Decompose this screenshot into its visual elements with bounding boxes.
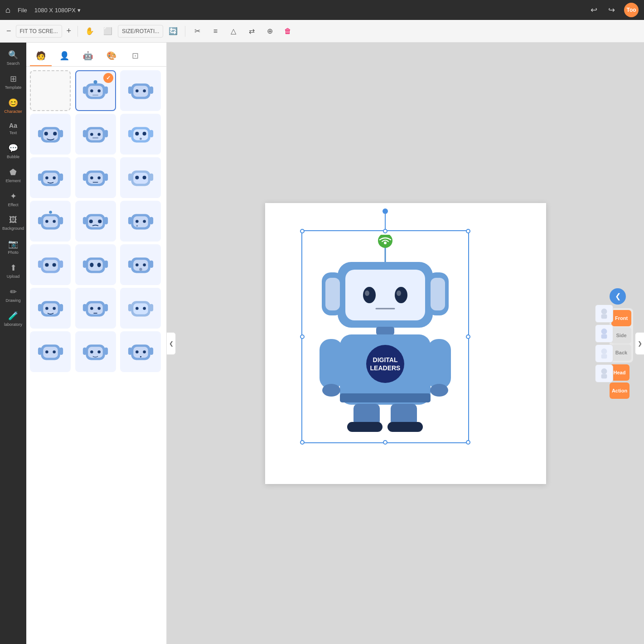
svg-point-162 <box>601 328 607 334</box>
pose-thumb-4[interactable] <box>595 364 613 383</box>
svg-rect-99 <box>59 304 63 311</box>
list-item[interactable] <box>30 157 71 198</box>
back-view-button[interactable]: Back <box>611 344 631 361</box>
laboratory-label: laboratory <box>4 322 22 327</box>
action-view-button[interactable]: Action <box>610 383 629 399</box>
transform-button[interactable]: △ <box>225 23 242 39</box>
sidebar-item-background[interactable]: 🖼 Background <box>1 212 25 234</box>
zoom-in-button[interactable]: + <box>64 24 74 38</box>
svg-point-65 <box>98 219 102 223</box>
robot-svg <box>36 207 65 236</box>
front-view-button[interactable]: Front <box>611 310 631 326</box>
crop-button[interactable]: ✂ <box>189 23 205 39</box>
svg-rect-138 <box>325 278 340 310</box>
select-tool-button[interactable]: ⬜ <box>100 23 116 39</box>
list-item[interactable] <box>30 288 71 329</box>
robot-svg <box>126 294 155 323</box>
list-item[interactable] <box>120 114 161 155</box>
svg-rect-140 <box>431 278 445 310</box>
list-item[interactable] <box>75 288 116 329</box>
toolbar: − FIT TO SCRE... + ✋ ⬜ SIZE/ROTATI... 🔄 … <box>0 20 644 43</box>
list-item[interactable] <box>30 201 71 242</box>
pose-thumb-2[interactable] <box>595 324 613 343</box>
list-item[interactable] <box>30 114 71 155</box>
tab-pose[interactable]: 🧑 <box>30 46 52 66</box>
svg-text:LEADERS: LEADERS <box>370 364 400 372</box>
sidebar-item-character[interactable]: 😊 Character <box>1 94 25 117</box>
collapse-right-button[interactable]: ❯ <box>635 332 644 355</box>
delete-button[interactable]: 🗑 <box>280 23 296 39</box>
home-icon[interactable]: ⌂ <box>5 5 10 15</box>
sidebar-item-search[interactable]: 🔍 Search <box>1 46 25 69</box>
sidebar-item-template[interactable]: ⊞ Template <box>1 70 25 93</box>
list-item[interactable] <box>120 70 161 111</box>
svg-point-45 <box>98 176 101 179</box>
collapse-view-button[interactable]: ❮ <box>610 288 626 305</box>
text-label: Text <box>10 131 17 135</box>
replace-button[interactable]: 🔄 <box>165 23 181 39</box>
side-view-button[interactable]: Side <box>611 327 631 344</box>
list-item[interactable] <box>30 70 71 111</box>
avatar[interactable]: Too <box>624 3 639 17</box>
tab-accessory[interactable]: 🎨 <box>101 46 122 66</box>
add-button[interactable]: ⊕ <box>261 23 278 39</box>
size-rotation-label[interactable]: SIZE/ROTATI... <box>118 25 163 38</box>
svg-rect-41 <box>59 173 63 180</box>
sidebar-item-drawing[interactable]: ✏ Drawing <box>1 283 25 306</box>
list-item[interactable] <box>120 201 161 242</box>
sidebar-item-bubble[interactable]: 💬 Bubble <box>1 140 25 163</box>
sidebar-item-photo[interactable]: 📷 Photo <box>1 235 25 258</box>
list-item[interactable] <box>75 157 116 198</box>
sidebar-item-effect[interactable]: ✦ Effect <box>1 188 25 211</box>
svg-rect-53 <box>128 173 132 180</box>
topbar: ⌂ File 1080 X 1080PX ▾ ↩ ↪ Too <box>0 0 644 20</box>
tab-crop[interactable]: ⊡ <box>124 46 146 66</box>
top-handle-circle[interactable] <box>383 208 388 214</box>
svg-rect-104 <box>83 304 87 311</box>
sidebar-item-element[interactable]: ⬟ Element <box>1 164 25 187</box>
sidebar-item-upload[interactable]: ⬆ Upload <box>1 259 25 282</box>
canvas-size-selector[interactable]: 1080 X 1080PX ▾ <box>34 7 81 14</box>
collapse-left-button[interactable]: ❮ <box>167 332 176 355</box>
sidebar-item-text[interactable]: Aa Text <box>1 118 25 139</box>
svg-point-122 <box>98 350 101 353</box>
sidebar-item-laboratory[interactable]: 🧪 laboratory <box>1 307 25 330</box>
svg-rect-153 <box>427 339 451 389</box>
template-icon: ⊞ <box>10 74 17 84</box>
list-item[interactable] <box>120 244 161 285</box>
tab-head[interactable]: 👤 <box>53 46 75 66</box>
undo-button[interactable]: ↩ <box>589 3 599 17</box>
hand-tool-button[interactable]: ✋ <box>82 23 98 39</box>
list-item[interactable] <box>75 114 116 155</box>
list-item[interactable] <box>75 201 116 242</box>
pose-thumb-1[interactable] <box>595 305 613 323</box>
svg-rect-112 <box>150 304 153 311</box>
align-button[interactable]: ≡ <box>207 23 223 39</box>
list-item[interactable] <box>30 331 71 372</box>
flip-button[interactable]: ⇄ <box>243 23 260 39</box>
svg-point-25 <box>98 133 101 136</box>
svg-point-148 <box>366 345 404 383</box>
list-item[interactable] <box>120 331 161 372</box>
list-item[interactable] <box>75 331 116 372</box>
canvas-board[interactable]: DIGITAL LEADERS <box>265 203 546 484</box>
svg-rect-46 <box>83 173 87 180</box>
pose-thumb-3[interactable] <box>595 344 613 363</box>
list-item[interactable] <box>120 288 161 329</box>
zoom-out-button[interactable]: − <box>4 24 14 38</box>
tab-body[interactable]: 🤖 <box>77 46 99 66</box>
list-item[interactable] <box>30 244 71 285</box>
list-item[interactable]: ✓ <box>75 70 116 111</box>
robot-svg <box>36 250 65 280</box>
file-menu[interactable]: File <box>18 7 27 14</box>
list-item[interactable] <box>120 157 161 198</box>
svg-text:DIGITAL: DIGITAL <box>373 356 397 363</box>
svg-point-44 <box>90 176 93 179</box>
zoom-label[interactable]: FIT TO SCRE... <box>16 25 62 38</box>
svg-rect-69 <box>133 216 148 227</box>
separator <box>77 26 78 37</box>
svg-point-141 <box>363 287 376 303</box>
redo-button[interactable]: ↪ <box>606 3 617 17</box>
list-item[interactable] <box>75 244 116 285</box>
svg-point-102 <box>90 307 93 310</box>
